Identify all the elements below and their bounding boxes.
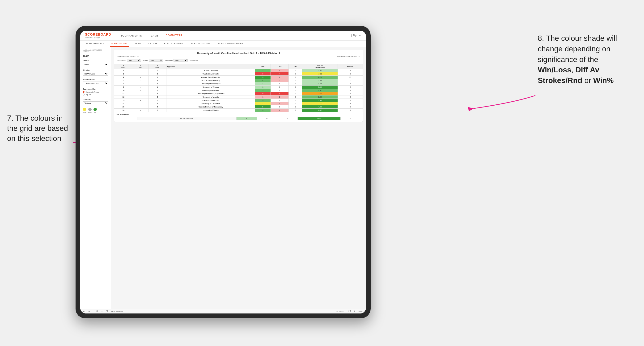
nav-committee[interactable]: COMMITTEE <box>166 33 182 38</box>
grid-btn[interactable]: ⊞ <box>354 310 355 312</box>
conference-filter: Conference (All) <box>117 59 141 62</box>
comment-btn[interactable]: 💬 <box>348 310 351 312</box>
conference-select[interactable]: (All) <box>127 59 141 62</box>
cell-reg: - <box>133 95 148 99</box>
view-original-btn[interactable]: View: Original <box>111 310 122 312</box>
gender-label: Gender <box>82 60 108 62</box>
radio-top-100[interactable]: Top 100 <box>82 94 108 95</box>
table-row: 15 - 4 Georgia Institute of Technology 5… <box>114 105 363 109</box>
nav-teams[interactable]: TEAMS <box>149 33 158 38</box>
step-back-btn[interactable]: ⟨ <box>92 310 94 313</box>
cell-rank: 13 <box>114 99 133 102</box>
cell-reg: - <box>133 105 148 109</box>
cell-tie: 0 <box>289 99 302 102</box>
cell-loss: 1 <box>270 76 288 79</box>
cell-reg: - <box>133 69 148 72</box>
watch-btn[interactable]: 👁 Watch ▾ <box>336 310 346 312</box>
app-header: SCOREBOARD Powered by clippd TOURNAMENTS… <box>80 31 366 40</box>
cell-rounds: 8 <box>338 89 363 92</box>
cell-loss: 1 <box>270 92 288 95</box>
cell-rounds: 17 <box>338 76 363 79</box>
division-section: Division NCAA Division I <box>82 69 108 76</box>
sub-nav-player-h2h-heatmap[interactable]: PLAYER H2H HEATMAP <box>217 40 244 47</box>
cell-loss: 0 <box>270 99 288 102</box>
sub-nav-player-summary[interactable]: PLAYER SUMMARY <box>163 40 186 47</box>
col-reg: #Reg <box>133 64 148 69</box>
cell-rank: 6 <box>114 79 133 82</box>
division-select[interactable]: NCAA Division I <box>82 72 108 76</box>
cell-loss: 0 <box>270 89 288 92</box>
redo-btn[interactable]: ↪ <box>88 310 90 313</box>
undo-btn[interactable]: ↩ <box>83 310 85 313</box>
radio-opponents-played[interactable]: Opponents Played <box>82 91 108 93</box>
od-tie: 0 <box>277 117 298 120</box>
cell-diff: 1.67 <box>302 69 338 72</box>
gender-section: Gender Men's <box>82 60 108 66</box>
cell-diff: 5.56 <box>302 99 338 102</box>
table-row: 2 - 1 Auburn University 2 1 0 1.67 9 <box>114 69 363 72</box>
table-row: 13 - 1 Texas Tech University 3 0 0 5.56 … <box>114 99 363 102</box>
gender-select[interactable]: Men's <box>82 63 108 66</box>
cell-opponent: Auburn University <box>166 69 255 72</box>
watch-icon: 👁 <box>336 310 338 312</box>
cell-win: 3 <box>255 109 271 112</box>
grid-header: University of North Carolina Head-to-Hea… <box>114 50 363 64</box>
table-row: 16 - 2 University of Florida 3 1 0 6.62 … <box>114 109 363 112</box>
opponent-view-label: Opponent View <box>82 88 108 90</box>
cell-rank: 2 <box>114 69 133 72</box>
col-rounds: Rounds <box>338 64 363 69</box>
cell-rank: 9 <box>114 86 133 89</box>
cell-opponent: University of Florida <box>166 109 255 112</box>
cell-rounds: 9 <box>338 109 363 112</box>
cell-rounds: 9 <box>338 99 363 102</box>
cell-conf: 6 <box>148 92 166 95</box>
col-tie: Tie <box>289 64 302 69</box>
cell-conf: 1 <box>148 76 166 79</box>
school-select[interactable]: 1. University of Nort... <box>82 82 108 85</box>
table-header-row: #Rank #Reg #Conf Opponent Win Loss Tie D… <box>114 64 363 69</box>
cell-win: 3 <box>255 89 271 92</box>
timestamp: Last Updated: 27/03/2024 16:55:38 <box>82 49 108 53</box>
cell-reg: - <box>133 79 148 82</box>
opponent-select[interactable]: (All) <box>174 59 188 62</box>
cell-conf: 4 <box>148 105 166 109</box>
od-loss: 0 <box>256 117 277 120</box>
sub-nav-team-summary[interactable]: TEAM SUMMARY <box>85 40 105 47</box>
cell-opponent: University of Alabama <box>166 89 255 92</box>
out-of-division-row: NCAA Division II 1 0 0 26.00 3 <box>116 117 361 120</box>
sign-out-link[interactable]: | Sign out <box>351 34 361 37</box>
crop-btn[interactable]: ⊞ <box>96 310 98 313</box>
cell-tie: 0 <box>289 79 302 82</box>
more-btn[interactable]: ··· <box>101 310 103 313</box>
view-original-label: View: Original <box>111 310 122 312</box>
region-select[interactable]: (All) <box>149 59 163 62</box>
cell-rounds: 12 <box>338 79 363 82</box>
cell-loss: 2 <box>270 95 288 99</box>
cell-tie: 0 <box>289 86 302 89</box>
colour-by-select[interactable]: Win/loss <box>82 101 108 105</box>
sub-nav-player-h2h-grid[interactable]: PLAYER H2H GRID <box>190 40 212 47</box>
cell-diff: 2.33 <box>302 95 338 99</box>
cell-win: 1 <box>255 86 271 89</box>
cell-conf: 5 <box>148 89 166 92</box>
grid-area: University of North Carolina Head-to-Hea… <box>111 47 366 309</box>
sub-nav: TEAM SUMMARY TEAM H2H GRID TEAM H2H HEAT… <box>80 40 366 47</box>
cell-opponent: University of Arkansas, Fayetteville <box>166 92 255 95</box>
cell-diff: -2.29 <box>302 72 338 76</box>
clock-btn[interactable]: ⏱ <box>106 310 108 313</box>
sub-nav-team-h2h-heatmap[interactable]: TEAM H2H HEATMAP <box>134 40 158 47</box>
cell-conf: 2 <box>148 79 166 82</box>
cell-rank: 4 <box>114 76 133 79</box>
cell-conf: 1 <box>148 69 166 72</box>
cell-rank: 3 <box>114 72 133 76</box>
nav-tournaments[interactable]: TOURNAMENTS <box>121 33 142 38</box>
annotation-right: 8. The colour shade will change dependin… <box>538 33 637 86</box>
sidebar: Last Updated: 27/03/2024 16:55:38 Team G… <box>80 47 111 309</box>
share-btn[interactable]: Share <box>358 310 363 312</box>
cell-reg: - <box>133 76 148 79</box>
cell-loss: 0 <box>270 82 288 86</box>
table-row: 9 - 1 University of Arizona 1 0 0 9.00 2 <box>114 86 363 89</box>
sub-nav-team-h2h-grid[interactable]: TEAM H2H GRID <box>110 40 129 47</box>
cell-reg: - <box>133 109 148 112</box>
grid-container: University of North Carolina Head-to-Hea… <box>114 50 363 122</box>
